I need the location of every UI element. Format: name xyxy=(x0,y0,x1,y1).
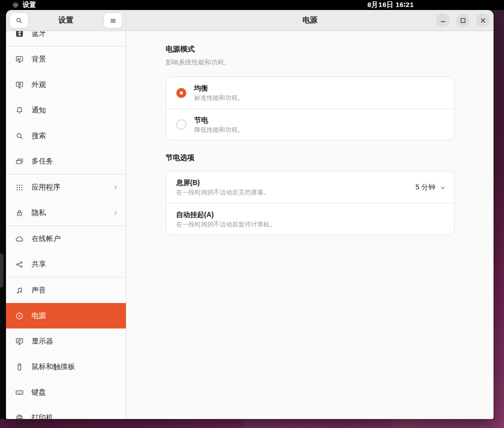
sidebar-item-apps[interactable]: 应用程序 xyxy=(6,174,126,200)
mode-option-description: 降低性能和功耗。 xyxy=(194,126,446,134)
sidebar-item-background[interactable]: 背景 xyxy=(6,46,126,72)
sidebar-item-label: 多任务 xyxy=(31,156,126,166)
background-icon xyxy=(15,55,24,64)
power-mode-heading: 电源模式 xyxy=(166,44,455,54)
minimize-button[interactable] xyxy=(436,14,450,27)
auto-suspend-text: 自动挂起(A) 在一段时间的不活动后暂停计算机。 xyxy=(176,210,446,228)
close-button[interactable] xyxy=(476,14,490,27)
printer-icon xyxy=(15,414,24,420)
screen-edge-handle xyxy=(0,254,3,288)
auto-suspend-label: 自动挂起(A) xyxy=(176,210,446,219)
appearance-icon xyxy=(15,80,24,90)
settings-window: 设置 蓝牙 背景 外观 通知 搜索 多任务 应用 xyxy=(6,10,494,419)
sidebar-item-privacy[interactable]: 隐私 xyxy=(6,200,126,226)
apps-icon xyxy=(15,183,24,192)
power-saving-heading: 节电选项 xyxy=(166,153,455,162)
screen-blank-text: 息屏(B) 在一段时间的不活动后关闭屏幕。 xyxy=(176,178,408,196)
screen-blank-dropdown[interactable]: 5 分钟 xyxy=(416,183,446,192)
sidebar-item-label: 应用程序 xyxy=(31,182,104,192)
sidebar-header: 设置 xyxy=(6,10,126,31)
settings-gear-icon xyxy=(12,2,19,8)
main-header: 电源 xyxy=(126,10,494,31)
desktop-left-strip xyxy=(0,10,6,419)
sidebar-item-label: 通知 xyxy=(31,106,126,115)
power-mode-option-0[interactable]: 均衡 标准性能和功耗。 xyxy=(166,77,454,108)
maximize-button[interactable] xyxy=(456,14,470,27)
notifications-icon xyxy=(15,106,24,115)
keyboard-icon xyxy=(15,388,24,397)
auto-suspend-description: 在一段时间的不活动后暂停计算机。 xyxy=(176,220,446,228)
power-settings-content: 电源模式 影响系统性能和功耗。 均衡 标准性能和功耗。 节电 降低性能和功耗。 … xyxy=(126,31,494,419)
sidebar-item-label: 搜索 xyxy=(31,131,126,140)
sidebar-item-label: 键盘 xyxy=(31,388,126,397)
sidebar-item-sound[interactable]: 声音 xyxy=(6,278,126,303)
power-mode-card: 均衡 标准性能和功耗。 节电 降低性能和功耗。 xyxy=(166,76,455,140)
sidebar-item-multitasking[interactable]: 多任务 xyxy=(6,148,126,174)
topbar-app-indicator[interactable]: 设置 xyxy=(12,0,36,10)
sidebar-item-printer[interactable]: 打印机 xyxy=(6,405,126,419)
sidebar-item-label: 共享 xyxy=(31,260,126,269)
minimize-icon xyxy=(440,18,446,24)
chevron-right-icon xyxy=(112,210,119,216)
sidebar-item-label: 显示器 xyxy=(31,336,126,346)
top-bar: 设置 8月16日 16∶21 xyxy=(0,0,504,10)
sharing-icon xyxy=(15,260,24,269)
radio-button[interactable] xyxy=(176,120,186,130)
screen-blank-value: 5 分钟 xyxy=(416,183,436,192)
sidebar-item-power[interactable]: 电源 xyxy=(6,303,126,328)
search-icon xyxy=(15,16,23,24)
mode-option-description: 标准性能和功耗。 xyxy=(194,94,446,102)
sidebar-item-sharing[interactable]: 共享 xyxy=(6,252,126,277)
sidebar-item-label: 打印机 xyxy=(31,413,126,419)
auto-suspend-row[interactable]: 自动挂起(A) 在一段时间的不活动后暂停计算机。 xyxy=(166,203,454,234)
desktop: 设置 8月16日 16∶21 设置 xyxy=(0,0,504,428)
power-icon xyxy=(15,312,24,320)
sidebar-item-label: 在线帐户 xyxy=(31,234,126,244)
hamburger-menu-icon xyxy=(109,17,117,24)
sidebar: 设置 蓝牙 背景 外观 通知 搜索 多任务 应用 xyxy=(6,10,126,419)
sidebar-item-search[interactable]: 搜索 xyxy=(6,123,126,148)
chevron-down-icon xyxy=(440,184,446,191)
mouse-icon xyxy=(15,362,24,372)
maximize-icon xyxy=(460,18,466,24)
sidebar-item-label: 蓝牙 xyxy=(31,31,126,38)
power-mode-option-1[interactable]: 节电 降低性能和功耗。 xyxy=(166,108,454,140)
radio-button[interactable] xyxy=(176,88,186,98)
screen-blank-description: 在一段时间的不活动后关闭屏幕。 xyxy=(176,188,408,196)
search-button[interactable] xyxy=(9,12,28,28)
power-saving-card: 息屏(B) 在一段时间的不活动后关闭屏幕。 5 分钟 xyxy=(166,171,455,235)
sidebar-item-label: 声音 xyxy=(31,286,126,295)
sidebar-item-label: 隐私 xyxy=(31,208,104,218)
screen-blank-label: 息屏(B) xyxy=(176,178,408,187)
sidebar-item-online-accounts[interactable]: 在线帐户 xyxy=(6,226,126,252)
topbar-app-label: 设置 xyxy=(22,0,36,10)
close-icon xyxy=(480,18,486,24)
sidebar-item-appearance[interactable]: 外观 xyxy=(6,72,126,98)
clock[interactable]: 8月16日 16∶21 xyxy=(361,0,421,10)
bluetooth-icon xyxy=(15,31,24,38)
sidebar-item-label: 电源 xyxy=(31,311,126,320)
screen-blank-row[interactable]: 息屏(B) 在一段时间的不活动后关闭屏幕。 5 分钟 xyxy=(166,172,454,203)
online-accounts-icon xyxy=(15,234,24,244)
sidebar-item-notifications[interactable]: 通知 xyxy=(6,98,126,123)
power-mode-subtitle: 影响系统性能和功耗。 xyxy=(166,58,455,66)
mode-option-label: 均衡 xyxy=(194,84,446,92)
sidebar-list: 蓝牙 背景 外观 通知 搜索 多任务 应用程序 隐私 在线帐户 共享 声音 电源… xyxy=(6,31,126,419)
sidebar-item-label: 外观 xyxy=(31,80,126,90)
sidebar-item-mouse[interactable]: 鼠标和触摸板 xyxy=(6,354,126,380)
sidebar-item-keyboard[interactable]: 键盘 xyxy=(6,380,126,405)
main-panel: 电源 电源模式 xyxy=(126,10,494,419)
displays-icon xyxy=(15,337,24,346)
privacy-icon xyxy=(15,208,24,218)
sidebar-item-displays[interactable]: 显示器 xyxy=(6,328,126,354)
sidebar-item-bluetooth[interactable]: 蓝牙 xyxy=(6,31,126,46)
mode-option-label: 节电 xyxy=(194,116,446,124)
chevron-right-icon xyxy=(112,184,119,191)
search-icon xyxy=(15,132,24,140)
multitasking-icon xyxy=(15,157,24,166)
sound-icon xyxy=(15,286,24,295)
sidebar-item-label: 鼠标和触摸板 xyxy=(31,362,126,372)
main-menu-button[interactable] xyxy=(103,12,122,28)
sidebar-item-label: 背景 xyxy=(31,54,126,64)
